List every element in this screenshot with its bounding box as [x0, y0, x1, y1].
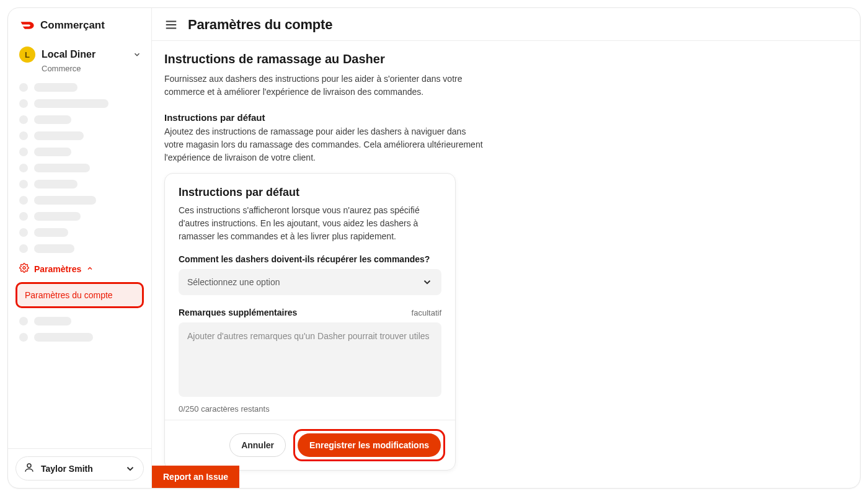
pickup-method-select[interactable]: Sélectionnez une option	[179, 269, 441, 295]
store-name: Local Diner	[42, 49, 95, 60]
store-subtitle: Commerce	[8, 64, 151, 73]
user-icon	[24, 462, 35, 475]
chevron-down-icon	[422, 277, 433, 288]
page-title: Paramètres du compte	[188, 17, 332, 33]
notes-label: Remarques supplémentaires	[179, 308, 297, 317]
brand-logo-icon	[19, 20, 35, 31]
notes-optional-tag: facultatif	[412, 308, 441, 317]
user-name: Taylor Smith	[41, 464, 93, 474]
pickup-method-label: Comment les dashers doivent-ils récupére…	[179, 254, 441, 264]
card-title: Instructions par défaut	[179, 186, 441, 199]
select-placeholder: Sélectionnez une option	[187, 277, 280, 287]
settings-label: Paramètres	[34, 264, 81, 274]
save-label: Enregistrer les modifications	[309, 440, 429, 450]
save-button[interactable]: Enregistrer les modifications	[298, 433, 441, 457]
content: Instructions de ramassage au Dasher Four…	[152, 41, 860, 489]
user-menu[interactable]: Taylor Smith	[16, 456, 144, 480]
cancel-button[interactable]: Annuler	[229, 433, 286, 457]
notes-textarea[interactable]	[179, 322, 441, 397]
account-settings-label: Paramètres du compte	[25, 290, 113, 300]
chevron-down-icon	[125, 463, 136, 474]
card-footer: Annuler Enregistrer les modifications	[165, 420, 455, 470]
section-title: Instructions de ramassage au Dasher	[164, 52, 848, 66]
chevron-up-icon	[86, 264, 94, 274]
default-instructions-lead: Ajoutez des instructions de ramassage po…	[164, 125, 487, 164]
char-counter: 0/250 caractères restants	[179, 404, 441, 414]
nav-skeleton-group-2	[8, 308, 151, 342]
sidebar-footer: Taylor Smith	[8, 448, 151, 488]
card-lead: Ces instructions s'afficheront lorsque v…	[179, 204, 441, 243]
sidebar-item-account-settings[interactable]: Paramètres du compte	[16, 282, 144, 308]
menu-icon[interactable]	[164, 18, 178, 32]
svg-point-1	[27, 464, 31, 467]
cancel-label: Annuler	[241, 440, 274, 450]
svg-point-0	[23, 267, 25, 269]
report-issue-label: Report an Issue	[163, 472, 228, 482]
app-window: Commerçant L Local Diner Commerce	[7, 7, 861, 489]
gear-icon	[19, 263, 29, 275]
default-instructions-card: Instructions par défaut Ces instructions…	[164, 173, 456, 471]
nav-skeleton-group-1	[8, 73, 151, 253]
save-button-highlight: Enregistrer les modifications	[293, 429, 445, 461]
report-issue-button[interactable]: Report an Issue	[152, 466, 239, 488]
store-selector[interactable]: L Local Diner	[8, 38, 151, 65]
section-lead: Fournissez aux dashers des instructions …	[164, 73, 487, 99]
chevron-down-icon	[133, 50, 141, 59]
topbar: Paramètres du compte	[152, 8, 860, 41]
brand-name: Commerçant	[40, 19, 105, 32]
main: Paramètres du compte Instructions de ram…	[152, 8, 860, 489]
store-avatar: L	[19, 46, 35, 63]
sidebar-item-settings[interactable]: Paramètres	[8, 253, 151, 278]
store-avatar-initial: L	[25, 50, 30, 60]
default-instructions-title: Instructions par défaut	[164, 112, 848, 123]
brand: Commerçant	[8, 8, 151, 38]
sidebar: Commerçant L Local Diner Commerce	[8, 8, 152, 488]
